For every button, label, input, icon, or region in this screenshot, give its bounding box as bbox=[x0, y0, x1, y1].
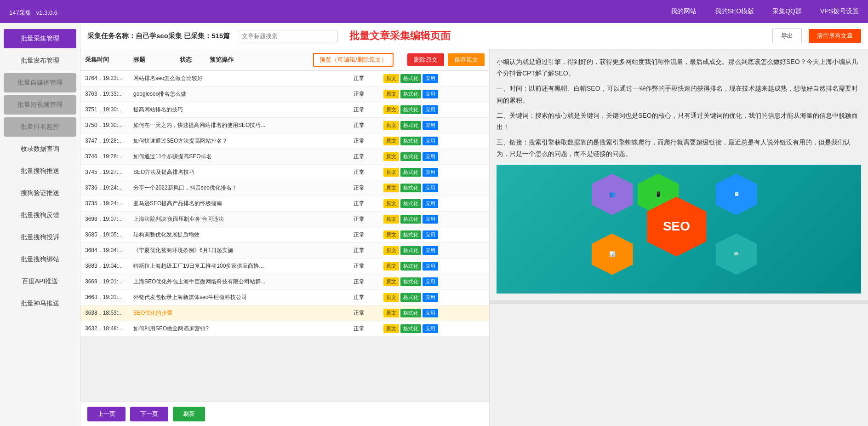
op-btn-format[interactable]: 格式化 bbox=[400, 324, 421, 333]
table-row[interactable]: 3685．19:05:... 结构调整优化发展提质增效 正常 原文 格式化 应用 bbox=[80, 227, 489, 243]
table-row[interactable]: 3698．19:07:... 上海法院判决'负面压制业务'合同违法 正常 原文 … bbox=[80, 212, 489, 227]
preview-paragraph: 二、关键词：搜索的核心就是关键词，关键词也是SEO的核心，只有通过关键词的优化，… bbox=[497, 110, 861, 133]
op-btn-apply[interactable]: 应用 bbox=[423, 152, 438, 161]
op-btn-original[interactable]: 原文 bbox=[383, 277, 399, 286]
op-btn-format[interactable]: 格式化 bbox=[400, 168, 421, 177]
op-btn-apply[interactable]: 应用 bbox=[423, 105, 438, 114]
op-btn-format[interactable]: 格式化 bbox=[400, 293, 421, 302]
op-btn-format[interactable]: 格式化 bbox=[400, 74, 421, 83]
op-btn-original[interactable]: 原文 bbox=[383, 246, 399, 255]
table-row[interactable]: 3745．19:27:... SEO方法及提高排名技巧 正常 原文 格式化 应用 bbox=[80, 165, 489, 180]
op-btn-original[interactable]: 原文 bbox=[383, 90, 399, 98]
next-page-button[interactable]: 下一页 bbox=[130, 407, 168, 421]
cell-status: 正常 bbox=[354, 168, 381, 176]
table-row[interactable]: 3669．19:01:... 上海SEO优化外包上海牛巨微网络科技有限公司站群.… bbox=[80, 274, 489, 290]
op-btn-format[interactable]: 格式化 bbox=[400, 105, 421, 114]
sidebar-item-batch-collect[interactable]: 批量采集管理 bbox=[4, 29, 76, 48]
op-btn-original[interactable]: 原文 bbox=[383, 184, 399, 192]
cell-time: 3747．19:28:... bbox=[85, 137, 131, 145]
table-row[interactable]: 3751．19:30:... 提高网站排名的技巧 正常 原文 格式化 应用 bbox=[80, 102, 489, 118]
table-row[interactable]: 3632．18:48:... 如何利用SEO做全网霸屏营销? 正常 原文 格式化… bbox=[80, 321, 489, 337]
op-btn-format[interactable]: 格式化 bbox=[400, 137, 421, 145]
table-row[interactable]: 3735．19:24:... 亚马逊SEO提高产品排名的终极指南 正常 原文 格… bbox=[80, 196, 489, 212]
op-btn-apply[interactable]: 应用 bbox=[423, 215, 438, 224]
op-btn-apply[interactable]: 应用 bbox=[423, 121, 438, 130]
op-btn-format[interactable]: 格式化 bbox=[400, 152, 421, 161]
refresh-button[interactable]: 刷新 bbox=[173, 407, 205, 421]
sidebar-item-sogou-verify[interactable]: 搜狗验证推送 bbox=[4, 184, 76, 203]
table-row[interactable]: 3747．19:28:... 如何快速通过SEO方法提高网站排名？ 正常 原文 … bbox=[80, 133, 489, 149]
op-btn-format[interactable]: 格式化 bbox=[400, 277, 421, 286]
nav-my-website[interactable]: 我的网站 bbox=[671, 7, 697, 16]
cell-time: 3698．19:07:... bbox=[85, 215, 131, 223]
op-btn-original[interactable]: 原文 bbox=[383, 121, 399, 130]
op-btn-original[interactable]: 原文 bbox=[383, 262, 399, 271]
sidebar-item-baidu-api[interactable]: 百度API推送 bbox=[4, 272, 76, 291]
table-row[interactable]: 3683．19:04:... 特斯拉上海超级工厂19日复工推动100多家供应商协… bbox=[80, 259, 489, 274]
sidebar-item-batch-sogou-feedback[interactable]: 批量搜狗反馈 bbox=[4, 206, 76, 225]
op-btn-original[interactable]: 原文 bbox=[383, 168, 399, 177]
op-btn-original[interactable]: 原文 bbox=[383, 137, 399, 145]
preview-header-button[interactable]: 预览（可编辑/删除原文） bbox=[313, 53, 394, 67]
sidebar-item-batch-sogou-bind[interactable]: 批量搜狗绑站 bbox=[4, 250, 76, 269]
sidebar-item-batch-sogou-push[interactable]: 批量搜狗推送 bbox=[4, 161, 76, 181]
table-row[interactable]: 3764．19:33:... 网站排名seo怎么做会比较好 正常 原文 格式化 … bbox=[80, 71, 489, 86]
op-btn-apply[interactable]: 应用 bbox=[423, 137, 438, 145]
sidebar-item-data-query[interactable]: 收录数据查询 bbox=[4, 139, 76, 159]
sidebar-item-batch-publish[interactable]: 批量发布管理 bbox=[4, 51, 76, 70]
op-btn-format[interactable]: 格式化 bbox=[400, 90, 421, 98]
table-row[interactable]: 3736．19:24:... 分享一个2022新风口，抖音seo优化排名！ 正常… bbox=[80, 180, 489, 196]
op-btn-original[interactable]: 原文 bbox=[383, 152, 399, 161]
save-original-button[interactable]: 保存原文 bbox=[448, 53, 485, 66]
op-btn-apply[interactable]: 应用 bbox=[423, 324, 438, 333]
op-btn-apply[interactable]: 应用 bbox=[423, 277, 438, 286]
op-btn-format[interactable]: 格式化 bbox=[400, 230, 421, 239]
op-btn-format[interactable]: 格式化 bbox=[400, 262, 421, 271]
table-row[interactable]: 3668．19:01:... 外链代发包收录上海新媒体seo牛巨微科技公司 正常… bbox=[80, 290, 489, 305]
table-row[interactable]: 3750．19:30:... 如何在一天之内，快速提高网站排名的使用SEO技巧.… bbox=[80, 118, 489, 133]
op-btn-apply[interactable]: 应用 bbox=[423, 293, 438, 302]
op-btn-original[interactable]: 原文 bbox=[383, 324, 399, 333]
prev-page-button[interactable]: 上一页 bbox=[87, 407, 126, 421]
export-button[interactable]: 导出 bbox=[772, 29, 802, 43]
op-btn-apply[interactable]: 应用 bbox=[423, 262, 438, 271]
op-btn-apply[interactable]: 应用 bbox=[423, 74, 438, 83]
cell-ops: 原文 格式化 应用 bbox=[383, 277, 485, 286]
op-btn-original[interactable]: 原文 bbox=[383, 74, 399, 83]
op-btn-apply[interactable]: 应用 bbox=[423, 90, 438, 98]
preview-paragraph: 三、链接：搜索引擎获取数据靠的是搜索引擎蜘蛛爬行，而爬行就需要超级链接，最近总是… bbox=[497, 137, 861, 160]
nav-seo-template[interactable]: 我的SEO模版 bbox=[715, 7, 754, 16]
op-btn-original[interactable]: 原文 bbox=[383, 293, 399, 302]
op-btn-format[interactable]: 格式化 bbox=[400, 184, 421, 192]
table-row[interactable]: 3746．19:28:... 如何通过11个步骤提高SEO排名 正常 原文 格式… bbox=[80, 149, 489, 165]
op-btn-original[interactable]: 原文 bbox=[383, 199, 399, 208]
search-input[interactable] bbox=[237, 30, 338, 42]
op-btn-format[interactable]: 格式化 bbox=[400, 199, 421, 208]
op-btn-apply[interactable]: 应用 bbox=[423, 309, 438, 317]
table-row[interactable]: 3763．19:33:... googleseo排名怎么做 正常 原文 格式化 … bbox=[80, 86, 489, 102]
nav-qq-group[interactable]: 采集QQ群 bbox=[772, 7, 802, 16]
sidebar-item-batch-shenma[interactable]: 批量神马推送 bbox=[4, 294, 76, 313]
nav-vps-settings[interactable]: VPS拨号设置 bbox=[820, 7, 859, 16]
op-btn-apply[interactable]: 应用 bbox=[423, 168, 438, 177]
op-btn-apply[interactable]: 应用 bbox=[423, 184, 438, 192]
op-btn-original[interactable]: 原文 bbox=[383, 230, 399, 239]
op-btn-format[interactable]: 格式化 bbox=[400, 246, 421, 255]
table-row[interactable]: 3684．19:04:... 《宁夏优化营商环境条例》6月1日起实施 正常 原文… bbox=[80, 243, 489, 259]
op-btn-original[interactable]: 原文 bbox=[383, 215, 399, 224]
delete-original-button[interactable]: 删除原文 bbox=[407, 53, 444, 66]
op-btn-format[interactable]: 格式化 bbox=[400, 215, 421, 224]
op-btn-original[interactable]: 原文 bbox=[383, 105, 399, 114]
op-btn-apply[interactable]: 应用 bbox=[423, 230, 438, 239]
clear-all-button[interactable]: 清空所有文章 bbox=[809, 29, 861, 43]
op-btn-original[interactable]: 原文 bbox=[383, 309, 399, 317]
cell-ops: 原文 格式化 应用 bbox=[383, 262, 485, 271]
table-row[interactable]: 3638．18:53:... SEO优化的步骤 正常 原文 格式化 应用 bbox=[80, 305, 489, 321]
op-btn-format[interactable]: 格式化 bbox=[400, 309, 421, 317]
op-btn-format[interactable]: 格式化 bbox=[400, 121, 421, 130]
op-btn-apply[interactable]: 应用 bbox=[423, 246, 438, 255]
horizontal-scrollbar[interactable] bbox=[490, 300, 868, 304]
op-btn-apply[interactable]: 应用 bbox=[423, 199, 438, 208]
cell-title: 结构调整优化发展提质增效 bbox=[133, 231, 351, 239]
sidebar-item-batch-sogou-complaint[interactable]: 批量搜狗投诉 bbox=[4, 228, 76, 247]
